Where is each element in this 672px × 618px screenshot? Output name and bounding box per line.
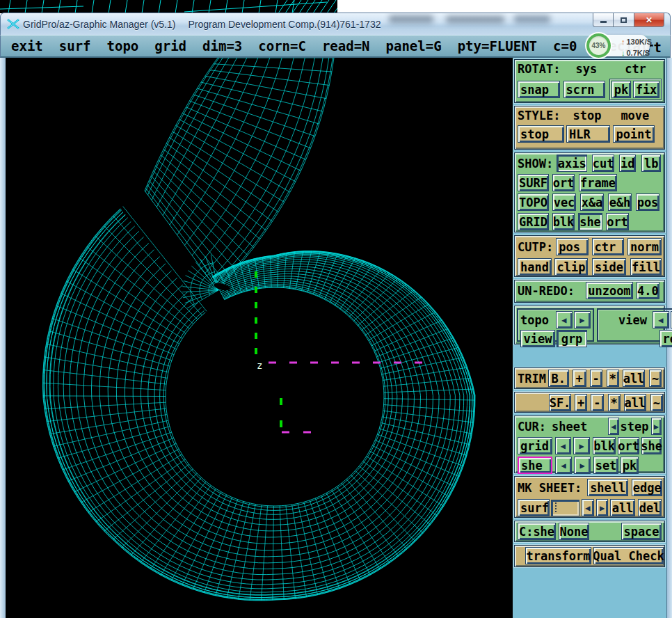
mksheet-next-button[interactable]: ▶ [596, 499, 608, 516]
cur-sheet-prev-button[interactable]: ◀ [608, 418, 618, 435]
cutp-ctr-button[interactable]: ctr [592, 238, 624, 255]
topo-prev-button[interactable]: ◀ [556, 311, 573, 328]
mksheet-shell-button[interactable]: shell [587, 479, 628, 496]
topo-grp-button[interactable]: grp [557, 330, 587, 347]
unzoom-factor-button[interactable]: 4.0 [637, 282, 659, 299]
space-button[interactable]: space [621, 523, 662, 540]
show-surf-ort-button[interactable]: ort [552, 174, 575, 191]
show-cut-button[interactable]: cut [592, 154, 614, 172]
cutp-hand-button[interactable]: hand [518, 258, 552, 276]
show-pos-button[interactable]: pos [636, 193, 659, 211]
style-hlr-button[interactable]: HLR [566, 125, 610, 143]
show-grid-button[interactable]: GRID [518, 213, 549, 230]
trim-sf-button[interactable]: SF. [549, 394, 571, 411]
trim-b-tilde-button[interactable]: ~ [649, 370, 662, 387]
mksheet-edge-button[interactable]: edge [632, 479, 662, 496]
cur-she-prev-button[interactable]: ◀ [555, 457, 572, 474]
none-button[interactable]: None [559, 523, 589, 540]
topo-view-button[interactable]: view [520, 330, 555, 347]
mksheet-all-button[interactable]: all [610, 499, 635, 516]
qual-check-button[interactable]: Qual Check [593, 547, 664, 564]
cur-grid-prev-button[interactable]: ◀ [555, 437, 572, 454]
menu-grid[interactable]: grid [154, 38, 186, 54]
cur-grid-button[interactable]: grid [518, 437, 552, 454]
mksheet-del-button[interactable]: del [638, 499, 662, 516]
cutp-pos-button[interactable]: pos [556, 238, 588, 255]
transform-button[interactable]: transform [525, 547, 591, 564]
show-she-button[interactable]: she [578, 213, 602, 230]
menu-pty[interactable]: pty=FLUENT [458, 38, 537, 54]
trim-sf-star-button[interactable]: * [608, 394, 621, 411]
trim-sf-plus-button[interactable]: + [575, 394, 587, 411]
trim-b-minus-button[interactable]: - [590, 370, 602, 387]
trim-b-button[interactable]: B. [548, 370, 569, 387]
show-grid-ort-button[interactable]: ort [606, 213, 629, 230]
show-eh-button[interactable]: e&h [608, 193, 632, 211]
show-surf-button[interactable]: SURF [518, 174, 549, 191]
rotat-pk-button[interactable]: pk [611, 81, 631, 98]
menu-c0[interactable]: c=0 [553, 38, 577, 54]
cutp-fill-button[interactable]: fill [630, 258, 662, 276]
trim-b-all-button[interactable]: all [623, 370, 645, 387]
background-mesh-strip [0, 0, 337, 13]
cur-grid-next-button[interactable]: ▶ [573, 437, 590, 454]
view-rec-button[interactable]: rec [659, 330, 672, 347]
menu-exit[interactable]: exit [11, 38, 43, 54]
topo-next-button[interactable]: ▶ [574, 311, 591, 328]
minimize-button[interactable] [593, 13, 614, 27]
cur-ort-button[interactable]: ort [618, 437, 639, 454]
cutp-norm-button[interactable]: norm [627, 238, 662, 255]
cur-she-selected-button[interactable]: she [518, 457, 552, 474]
viewport-canvas[interactable]: z [6, 58, 513, 618]
show-blk-button[interactable]: blk [552, 213, 575, 230]
cur-set-button[interactable]: set [593, 457, 618, 474]
menu-panel[interactable]: panel=G [386, 38, 442, 54]
mksheet-prev-button[interactable]: ◀ [582, 499, 595, 516]
style-label: STYLE: [518, 109, 560, 122]
show-lb-button[interactable]: lb [641, 154, 661, 172]
cur-sheet-next-button[interactable]: ▶ [651, 418, 662, 435]
rotat-scrn-button[interactable]: scrn [563, 81, 606, 98]
trim-sf-minus-button[interactable]: - [591, 394, 603, 411]
view-prev-button[interactable]: ◀ [653, 311, 669, 328]
net-speed-widget[interactable]: ↑130K/S ↓0.7K/S 43% [586, 33, 670, 59]
style-stop-button[interactable]: stop [518, 125, 564, 143]
glass-blur-blob [389, 15, 433, 23]
style-point-button[interactable]: point [613, 125, 655, 143]
menu-topo[interactable]: topo [107, 38, 139, 54]
mksheet-surf-input[interactable] [551, 500, 579, 516]
menu-corn[interactable]: corn=C [258, 38, 306, 54]
menu-dim[interactable]: dim=3 [202, 38, 242, 54]
cutp-clip-button[interactable]: clip [554, 258, 588, 276]
rotat-fix-button[interactable]: fix [633, 81, 659, 98]
trim-b-plus-button[interactable]: + [573, 370, 586, 387]
show-xa-button[interactable]: x&a [580, 193, 604, 211]
cur-she-next-button[interactable]: ▶ [574, 457, 591, 474]
cur-blk-button[interactable]: blk [593, 437, 616, 454]
panel-show: SHOW: axis cut id lb SURF ort frame TOPO… [514, 152, 665, 232]
mksheet-surf-button[interactable]: surf [518, 499, 550, 516]
app-title: GridPro/az-Graphic Manager (v5.1) [23, 19, 175, 30]
cshe-button[interactable]: C:she [518, 523, 556, 540]
topo-nav-label: topo [520, 313, 549, 327]
close-button[interactable]: ✕ [634, 13, 664, 27]
window-title: GridPro/az-Graphic Manager (v5.1)Program… [23, 19, 393, 30]
rotat-snap-button[interactable]: snap [518, 81, 560, 98]
cur-pk-button[interactable]: pk [621, 457, 639, 474]
show-vec-button[interactable]: vec [552, 193, 576, 211]
maximize-button[interactable] [614, 13, 634, 27]
show-axis-button[interactable]: axis [557, 154, 587, 172]
menu-bar: exit surf topo grid dim=3 corn=C read=N … [0, 35, 671, 58]
trim-b-star-button[interactable]: * [607, 370, 619, 387]
trim-sf-tilde-button[interactable]: ~ [650, 394, 663, 411]
title-bar[interactable]: GridPro/az-Graphic Manager (v5.1)Program… [0, 13, 671, 35]
menu-read[interactable]: read=N [322, 38, 370, 54]
cur-she-button[interactable]: she [641, 437, 662, 454]
unzoom-button[interactable]: unzoom [586, 282, 633, 299]
menu-surf[interactable]: surf [59, 38, 91, 54]
show-frame-button[interactable]: frame [579, 174, 617, 191]
show-topo-button[interactable]: TOPO [518, 193, 549, 211]
cutp-side-button[interactable]: side [592, 258, 626, 276]
show-id-button[interactable]: id [619, 154, 636, 172]
trim-sf-all-button[interactable]: all [624, 394, 646, 411]
